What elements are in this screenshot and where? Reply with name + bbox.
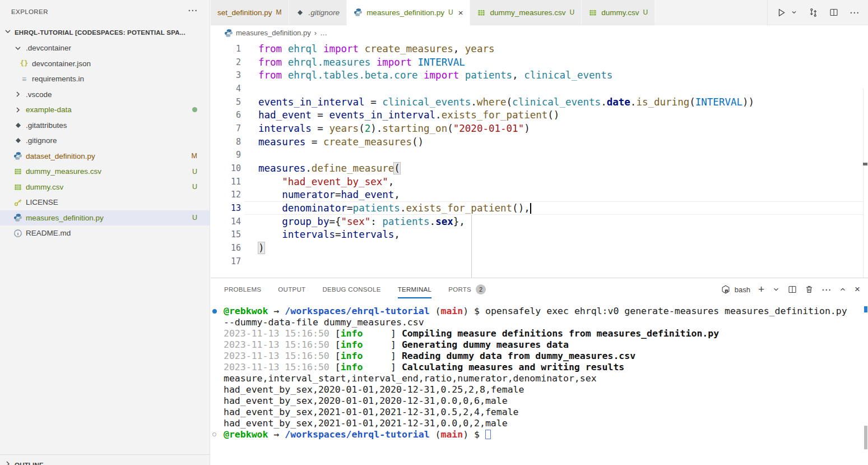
more-editor-actions-button[interactable]: ⋯ — [850, 7, 859, 19]
sidebar-item-devcontainer[interactable]: .devcontainer — [0, 40, 210, 56]
panel-more-actions-button[interactable]: ⋯ — [821, 284, 831, 296]
explorer-more-actions-button[interactable]: ⋯ — [188, 4, 197, 16]
code-line-7[interactable]: 7intervals = years(2).starting_on("2020-… — [211, 122, 868, 135]
tab-label: .gitignore — [309, 8, 340, 17]
tab-set-definition-py[interactable]: set_definition.pyM — [211, 0, 289, 25]
csv-file-icon — [477, 8, 486, 17]
sidebar-item-license[interactable]: LICENSE — [0, 195, 210, 210]
tab-gitignore[interactable]: .gitignore — [289, 0, 347, 25]
workspace-root-row[interactable]: EHRQL-TUTORIAL [CODESPACES: POTENTIAL SP… — [0, 26, 210, 39]
sidebar-item-vscode[interactable]: .vscode — [0, 87, 210, 103]
sidebar-item-example-data[interactable]: example-data — [0, 102, 210, 118]
editor-scrollbar-track[interactable] — [863, 88, 864, 278]
file-label: devcontainer.json — [32, 59, 91, 68]
code-line-17[interactable]: 17 — [211, 255, 868, 268]
chevron-down-icon — [3, 27, 12, 38]
tab-git-badge: U — [448, 8, 453, 16]
editor-tab-bar: set_definition.pyM.gitignoremeasures_def… — [211, 0, 868, 25]
run-python-file-button[interactable] — [777, 8, 786, 17]
tab-git-badge: M — [276, 8, 282, 16]
key-file-icon — [13, 198, 23, 207]
file-label: dataset_definition.py — [26, 152, 95, 160]
kill-terminal-button[interactable] — [805, 285, 814, 294]
split-editor-button[interactable] — [829, 8, 838, 17]
code-line-16[interactable]: 16) — [211, 241, 868, 255]
code-line-14[interactable]: 14 group_by={"sex": patients.sex}, — [211, 215, 868, 228]
sidebar-item-readme-md[interactable]: README.md — [0, 225, 210, 241]
tab-label: dummy_measures.csv — [490, 8, 565, 17]
file-label: example-data — [26, 105, 72, 114]
terminal-scrollbar-thumb[interactable] — [864, 426, 867, 449]
file-label: .vscode — [26, 90, 52, 99]
code-area[interactable]: 1from ehrql import create_measures, year… — [211, 40, 868, 268]
tab-dummy-measures-csv[interactable]: dummy_measures.csvU — [470, 0, 582, 25]
panel-tab-terminal[interactable]: TERMINAL — [398, 278, 432, 301]
terminal-line: 2023-11-13 15:16:50 [info ] Calculating … — [211, 362, 868, 373]
code-line-4[interactable]: 4 — [211, 82, 868, 95]
csv-file-icon — [13, 182, 23, 191]
code-line-3[interactable]: 3from ehrql.tables.beta.core import pati… — [211, 68, 868, 82]
lines-file-icon: ≡ — [19, 75, 29, 84]
code-line-11[interactable]: 11 "had_event_by_sex", — [211, 175, 868, 188]
sidebar-item-dataset-definition-py[interactable]: dataset_definition.pyM — [0, 149, 210, 164]
breadcrumb-separator: › — [314, 29, 317, 37]
panel-tab-output[interactable]: OUTPUT — [278, 278, 305, 301]
panel-tab-ports[interactable]: PORTS2 — [448, 278, 486, 301]
tab-measures-definition-py[interactable]: measures_definition.pyU× — [347, 0, 470, 25]
open-changes-icon[interactable] — [809, 8, 818, 17]
line-number: 12 — [211, 190, 241, 200]
terminal[interactable]: @rebkwok → /workspaces/ehrql-tutorial (m… — [211, 303, 868, 465]
code-line-12[interactable]: 12 numerator=had_event, — [211, 188, 868, 202]
maximize-panel-button[interactable] — [839, 286, 847, 293]
tab-dummy-csv[interactable]: dummy.csvU — [582, 0, 655, 25]
git-status-badge: M — [192, 152, 197, 160]
code-line-15[interactable]: 15 intervals=intervals, — [211, 228, 868, 242]
line-number: 2 — [211, 57, 241, 67]
sidebar-item-gitattributes[interactable]: .gitattributes — [0, 118, 210, 133]
panel-tab-problems[interactable]: PROBLEMS — [224, 278, 261, 301]
panel-tab-debug-console[interactable]: DEBUG CONSOLE — [322, 278, 380, 301]
chevron-right-icon — [13, 105, 23, 114]
terminal-dropdown-button[interactable] — [772, 286, 780, 293]
breadcrumb[interactable]: measures_definition.py › … — [211, 25, 868, 40]
code-line-1[interactable]: 1from ehrql import create_measures, year… — [211, 42, 868, 56]
file-tree: .devcontainer{}devcontainer.json≡require… — [0, 40, 210, 241]
diamond-file-icon — [13, 121, 23, 130]
panel-tab-label: OUTPUT — [278, 286, 305, 293]
code-text: from ehrql.measures import INTERVAL — [258, 57, 465, 68]
diamond-file-icon — [296, 8, 305, 17]
sidebar-item-dummy-csv[interactable]: dummy.csvU — [0, 179, 210, 195]
sidebar-item-gitignore[interactable]: .gitignore — [0, 133, 210, 149]
code-editor[interactable]: 1from ehrql import create_measures, year… — [211, 40, 868, 278]
sidebar-item-dummy-measures-csv[interactable]: dummy_measures.csvU — [0, 164, 210, 179]
command-decoration-hollow[interactable] — [212, 432, 216, 436]
outline-section-header[interactable]: OUTLINE — [0, 454, 210, 465]
new-terminal-button[interactable]: + — [758, 283, 764, 296]
code-line-8[interactable]: 8measures = create_measures() — [211, 135, 868, 149]
close-panel-button[interactable]: × — [855, 284, 860, 295]
sidebar-item-requirements-in[interactable]: ≡requirements.in — [0, 71, 210, 87]
line-number: 8 — [211, 137, 241, 147]
split-terminal-button[interactable] — [788, 285, 797, 294]
run-dropdown-button[interactable] — [791, 9, 797, 16]
command-decoration-filled[interactable] — [212, 309, 217, 314]
panel-tab-label: TERMINAL — [398, 286, 432, 293]
code-line-5[interactable]: 5events_in_interval = clinical_events.wh… — [211, 95, 868, 109]
close-tab-button[interactable]: × — [458, 8, 463, 17]
sidebar-item-measures-definition-py[interactable]: measures_definition.pyU — [0, 210, 210, 226]
code-line-13[interactable]: 13 denominator=patients.exists_for_patie… — [211, 201, 868, 215]
file-label: README.md — [26, 229, 71, 237]
code-line-10[interactable]: 10measures.define_measure( — [211, 162, 868, 175]
sidebar-item-devcontainer-json[interactable]: {}devcontainer.json — [0, 56, 210, 72]
code-text: numerator=had_event, — [258, 189, 400, 200]
git-status-badge: U — [192, 214, 197, 222]
line-number: 1 — [211, 44, 241, 54]
code-line-2[interactable]: 2from ehrql.measures import INTERVAL — [211, 56, 868, 69]
code-line-6[interactable]: 6had_event = events_in_interval.exists_f… — [211, 108, 868, 122]
file-label: dummy_measures.csv — [26, 167, 101, 176]
line-number: 13 — [211, 203, 241, 213]
code-line-9[interactable]: 9 — [211, 149, 868, 162]
terminal-line: @rebkwok → /workspaces/ehrql-tutorial (m… — [211, 306, 868, 317]
terminal-line: 2023-11-13 15:16:50 [info ] Compiling me… — [211, 328, 868, 339]
code-text: from ehrql import create_measures, years — [258, 43, 495, 54]
